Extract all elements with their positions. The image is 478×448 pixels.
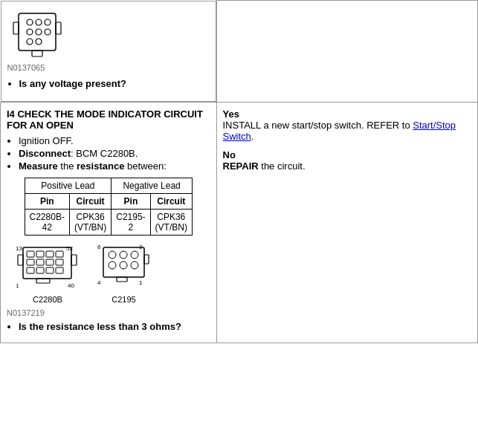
svg-rect-27 (18, 255, 23, 265)
c2280b-connector-svg: 13 52 (14, 241, 81, 293)
svg-rect-23 (27, 267, 34, 273)
step-measure: Measure the resistance between: (19, 160, 210, 172)
cell-circuit2: CPK36(VT/BN) (150, 209, 192, 235)
svg-rect-14 (23, 247, 71, 279)
svg-text:40: 40 (68, 282, 74, 289)
svg-rect-28 (71, 255, 77, 265)
i4-title: I4 CHECK THE MODE INDICATOR CIRCUIT FOR … (7, 108, 210, 131)
svg-point-1 (27, 19, 33, 25)
svg-text:1: 1 (139, 279, 143, 286)
yes-text: INSTALL a new start/stop switch. REFER t… (223, 120, 472, 142)
svg-rect-9 (13, 22, 19, 34)
svg-rect-18 (56, 251, 63, 257)
svg-point-40 (131, 262, 138, 269)
no-block: No REPAIR the circuit. (223, 149, 472, 172)
svg-rect-25 (46, 267, 54, 273)
svg-text:13: 13 (16, 245, 22, 252)
i4-left-cell: I4 CHECK THE MODE INDICATOR CIRCUIT FOR … (1, 102, 217, 343)
svg-rect-20 (36, 259, 44, 265)
svg-rect-10 (56, 22, 61, 34)
i4-right-cell: Yes INSTALL a new start/stop switch. REF… (216, 102, 478, 343)
svg-rect-16 (36, 251, 44, 257)
svg-point-38 (109, 262, 116, 269)
svg-text:4: 4 (97, 279, 101, 286)
svg-rect-15 (27, 251, 34, 257)
svg-rect-22 (56, 259, 63, 265)
svg-point-7 (27, 39, 33, 45)
svg-text:6: 6 (97, 244, 101, 250)
svg-point-8 (36, 39, 42, 45)
c2195-label: C2195 (112, 295, 135, 304)
yes-label: Yes (223, 108, 472, 120)
col-circuit1: Circuit (69, 193, 111, 209)
svg-point-36 (120, 251, 127, 259)
top-left-cell: N0137065 Is any voltage present? (1, 1, 216, 102)
col-pin1: Pin (25, 193, 69, 209)
step-disconnect: Disconnect: BCM C2280B. (19, 148, 210, 159)
svg-point-39 (120, 262, 127, 269)
positive-lead-header: Positive Lead (25, 178, 112, 193)
c2280b-block: 13 52 (14, 241, 81, 304)
top-connector-image (7, 7, 67, 63)
no-text: REPAIR the circuit. (223, 160, 472, 172)
top-question: Is any voltage present? (19, 78, 127, 89)
negative-lead-header: Negative Lead (112, 178, 193, 193)
connector-diagrams: 13 52 (7, 241, 210, 304)
svg-point-5 (36, 29, 42, 35)
yes-block: Yes INSTALL a new start/stop switch. REF… (223, 108, 472, 142)
svg-rect-21 (46, 259, 54, 265)
svg-point-4 (27, 29, 33, 35)
cell-circuit1: CPK36(VT/BN) (69, 209, 111, 235)
svg-rect-31 (36, 279, 50, 283)
top-right-cell (216, 1, 478, 103)
svg-point-6 (45, 29, 51, 35)
cell-pin2: C2195-2 (112, 209, 150, 235)
cell-pin1: C2280B-42 (25, 209, 69, 235)
no-label: No (223, 149, 472, 160)
resistance-table: Positive Lead Negative Lead Pin Circuit … (25, 178, 193, 236)
svg-text:52: 52 (66, 245, 73, 252)
main-table: N0137065 Is any voltage present? I4 CHEC… (0, 0, 478, 343)
svg-point-3 (45, 19, 51, 25)
c2280b-label: C2280B (33, 295, 62, 304)
i4-steps-list: Ignition OFF. Disconnect: BCM C2280B. Me… (19, 135, 210, 172)
svg-text:1: 1 (16, 282, 19, 289)
col-circuit2: Circuit (150, 193, 192, 209)
col-pin2: Pin (112, 193, 150, 209)
svg-rect-26 (56, 267, 63, 273)
svg-point-2 (36, 19, 42, 25)
svg-rect-44 (117, 277, 127, 282)
svg-point-35 (109, 251, 116, 259)
step-ignition: Ignition OFF. (19, 135, 210, 146)
i4-question: Is the resistance less than 3 ohms? (19, 321, 210, 332)
svg-point-37 (131, 251, 138, 259)
table-row: C2280B-42 CPK36(VT/BN) C2195-2 CPK36(VT/… (25, 209, 192, 235)
svg-rect-11 (32, 51, 42, 56)
svg-rect-17 (46, 251, 54, 257)
top-fig-number: N0137065 (7, 63, 45, 72)
i4-fig-number: N0137219 (7, 308, 45, 317)
c2195-connector-svg: 6 3 4 1 (96, 241, 152, 293)
c2195-block: 6 3 4 1 (96, 241, 152, 304)
svg-rect-41 (144, 255, 149, 264)
svg-rect-24 (36, 267, 44, 273)
svg-rect-19 (27, 259, 34, 265)
